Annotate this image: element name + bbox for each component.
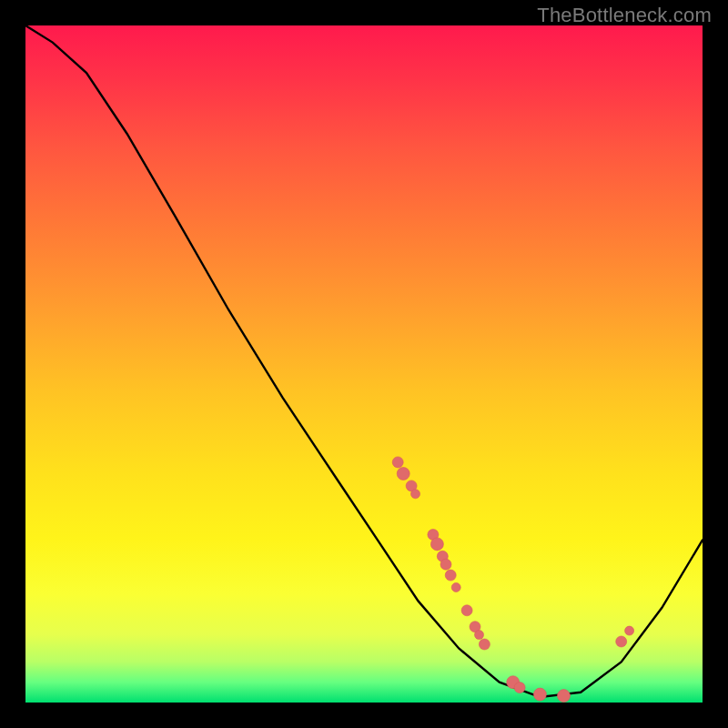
scatter-dot [445, 570, 456, 581]
watermark-text: TheBottleneck.com [537, 4, 712, 27]
scatter-dot [440, 559, 451, 570]
scatter-dot [475, 631, 484, 640]
scatter-dot [397, 468, 410, 480]
scatter-dot [461, 605, 472, 616]
scatter-dot [625, 626, 634, 635]
scatter-dot [411, 490, 420, 499]
scatter-dot [514, 682, 525, 693]
scatter-dot [558, 690, 571, 703]
chart-svg [25, 25, 703, 703]
scatter-dot [533, 688, 546, 701]
scatter-dots [392, 457, 633, 703]
scatter-dot [616, 636, 627, 647]
scatter-dot [430, 538, 443, 551]
scatter-dot [479, 639, 490, 650]
chart-plot-area [25, 25, 703, 703]
scatter-dot [392, 457, 403, 468]
bottleneck-curve [25, 25, 703, 697]
scatter-dot [451, 583, 460, 592]
